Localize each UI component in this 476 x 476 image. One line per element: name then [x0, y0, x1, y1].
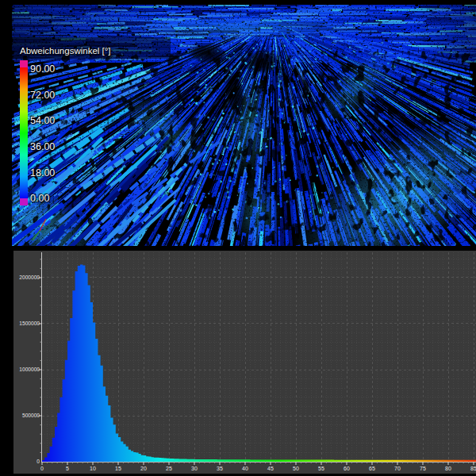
svg-text:60: 60: [344, 466, 350, 471]
svg-text:5: 5: [66, 466, 69, 471]
svg-text:50: 50: [293, 466, 299, 471]
svg-text:30: 30: [191, 466, 198, 471]
svg-text:80: 80: [445, 466, 451, 471]
svg-text:40: 40: [242, 466, 248, 471]
svg-text:55: 55: [318, 466, 324, 471]
svg-text:1500000: 1500000: [19, 321, 40, 326]
svg-text:65: 65: [369, 466, 375, 471]
svg-text:25: 25: [166, 466, 172, 471]
svg-text:0: 0: [40, 466, 44, 471]
svg-text:45: 45: [267, 466, 274, 471]
svg-text:75: 75: [420, 466, 426, 471]
svg-text:15: 15: [115, 466, 121, 471]
svg-text:2000000: 2000000: [19, 274, 40, 280]
svg-text:0: 0: [36, 459, 40, 464]
svg-text:1000000: 1000000: [19, 367, 40, 372]
svg-text:10: 10: [90, 466, 96, 471]
svg-text:20: 20: [140, 466, 147, 471]
svg-text:70: 70: [394, 466, 401, 471]
svg-text:35: 35: [217, 466, 223, 471]
svg-text:85: 85: [470, 466, 476, 471]
svg-text:500000: 500000: [22, 413, 40, 418]
